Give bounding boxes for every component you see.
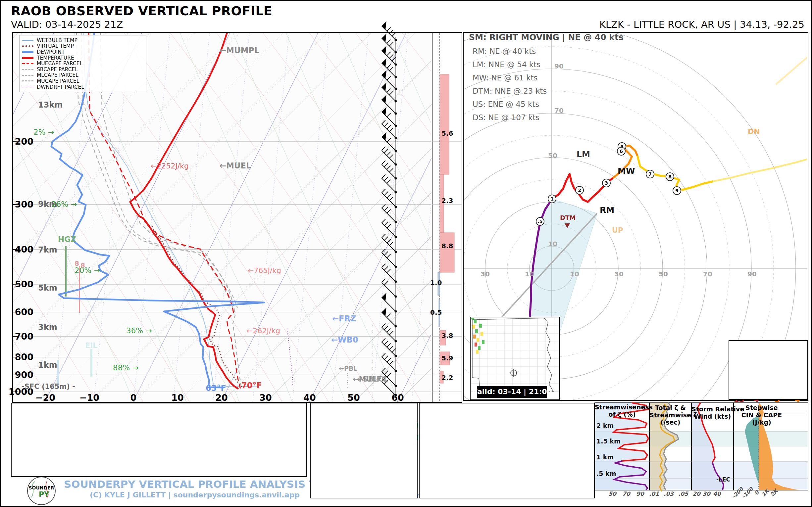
cape3-label: ←262J/kg	[247, 327, 280, 335]
map-inset: Valid: 03-14 | 21:00	[470, 316, 560, 400]
storm-motion-item: US: ENE @ 45 kts	[472, 100, 539, 109]
rh-arrow-label: 36% →	[126, 326, 152, 335]
sfc-temp-label: 70°F	[241, 381, 262, 390]
svg-text:50: 50	[608, 491, 617, 497]
svg-text:8: 8	[81, 262, 85, 269]
temp-tick: 40	[303, 393, 316, 403]
svg-text:70: 70	[622, 491, 631, 497]
storm-motion-item: DTM: NNE @ 23 kts	[472, 87, 547, 95]
legend-line-sample	[22, 69, 34, 70]
svg-text:10: 10	[570, 270, 579, 278]
svg-text:10: 10	[548, 240, 557, 248]
svg-text:7: 7	[648, 171, 652, 177]
svg-text:PY: PY	[39, 490, 50, 498]
pressure-label: 700	[15, 331, 34, 342]
storm-motion-title: SM: RIGHT MOVING | NE @ 40 kts	[469, 33, 623, 42]
pbl-label: ←PBL	[339, 365, 357, 372]
height-label: 1km	[38, 360, 57, 370]
radar-echo	[476, 350, 478, 354]
pressure-label: 500	[15, 279, 34, 289]
temp-tick: 30	[259, 393, 272, 403]
height-label: 3km	[38, 323, 57, 332]
srw-panel-title: Storm RelativeWind (kts)	[692, 405, 733, 420]
legend-item: DWNDRFT PARCEL	[22, 84, 143, 90]
temp-tick: −10	[80, 393, 99, 403]
svg-text:MW: MW	[618, 166, 635, 176]
legend-item: MUCAPE PARCEL	[22, 78, 143, 84]
temp-tick: 10	[171, 393, 184, 403]
radar-echo	[472, 325, 475, 329]
svg-text:20: 20	[693, 491, 701, 497]
svg-text:50: 50	[659, 270, 668, 278]
svg-text:50: 50	[548, 152, 557, 160]
storm-motion-item: RM: NE @ 40 kts	[472, 47, 536, 56]
legend-line-sample	[22, 45, 34, 47]
legend-line-sample	[22, 75, 34, 76]
svg-text:30: 30	[480, 270, 490, 278]
svg-text:3: 3	[605, 180, 608, 186]
legend-line-sample	[22, 63, 34, 64]
radar-echo	[482, 340, 485, 344]
radar-echo	[478, 346, 480, 350]
moisture-stats-box	[310, 403, 418, 498]
radar-echo	[480, 332, 483, 336]
radar-echo	[476, 338, 479, 342]
panel-height-label: .5 km	[596, 470, 616, 477]
radar-echo	[474, 319, 476, 323]
panel-height-label: 1 km	[596, 453, 614, 461]
legend-item: MLCAPE PARCEL	[22, 72, 143, 78]
legend-item: WETBULB TEMP	[22, 38, 143, 43]
temp-tick: 20	[215, 393, 228, 403]
omega-value: 1.0	[430, 279, 442, 287]
svg-text:10: 10	[525, 270, 534, 278]
sblcl-label: ←SBLCL	[357, 375, 388, 383]
svg-text:UP: UP	[612, 226, 623, 234]
radar-echo	[474, 342, 477, 346]
legend-label: DEWPOINT	[37, 49, 64, 55]
legend-label: SBCAPE PARCEL	[37, 66, 78, 72]
pressure-label: 400	[15, 244, 34, 255]
skewt-legend: WETBULB TEMPVIRTUAL TEMPDEWPOINTTEMPERAT…	[19, 35, 146, 92]
legend-line-sample	[22, 57, 34, 59]
raob-profile-figure: RAOB OBSERVED VERTICAL PROFILE VALID: 03…	[0, 0, 812, 507]
shear-stats-box	[419, 403, 595, 498]
legend-item: TEMPERATURE	[22, 55, 143, 61]
sfc-dwpt-label: 63°F	[206, 384, 226, 393]
pressure-label: 900	[15, 370, 34, 380]
legend-line-sample	[22, 40, 34, 41]
svg-text:70: 70	[554, 107, 564, 114]
cape6-label: ←765J/kg	[248, 266, 281, 275]
legend-item: SBCAPE PARCEL	[22, 66, 143, 72]
legend-item: MUECAPE PARCEL	[22, 61, 143, 66]
hgz-label: HGZ	[58, 235, 76, 243]
rh-arrow-label: 2% →	[34, 128, 54, 136]
legend-label: MLCAPE PARCEL	[37, 72, 79, 78]
sfc-label: -SFC (165m) -	[21, 383, 75, 391]
legend-line-sample	[22, 80, 34, 81]
svg-text:30: 30	[614, 270, 623, 278]
legend-label: MUCAPE PARCEL	[37, 78, 79, 84]
legend-item: VIRTUAL TEMP	[22, 43, 143, 49]
height-label: 7km	[38, 245, 57, 255]
omega-value: 3.8	[442, 332, 453, 340]
lec-label: -LEC	[716, 476, 730, 483]
legend-label: VIRTUAL TEMP	[37, 43, 74, 49]
panel-height-label: 1.5 km	[596, 438, 621, 445]
sounderpy-logo: SOUNDERPY	[28, 477, 55, 505]
radar-echo	[473, 335, 476, 339]
storm-motion-item: DS: NE @ 107 kts	[472, 113, 540, 122]
storm-motion-item: MW: NE @ 61 kts	[472, 73, 538, 82]
height-label: 13km	[38, 100, 63, 110]
radar-echo	[475, 329, 478, 333]
svg-text:40: 40	[713, 491, 722, 497]
legend-label: WETBULB TEMP	[37, 38, 78, 43]
wb0-label: ←WB0	[331, 335, 358, 344]
pressure-label: 300	[15, 199, 34, 210]
svg-text:6: 6	[620, 149, 623, 154]
svg-text:30: 30	[702, 491, 711, 497]
svg-text:90: 90	[636, 491, 645, 497]
srh-summary-box	[728, 340, 808, 400]
svg-text:.01: .01	[649, 491, 659, 497]
omega-value: 5.9	[442, 354, 453, 362]
eil-label: EIL	[85, 341, 97, 349]
